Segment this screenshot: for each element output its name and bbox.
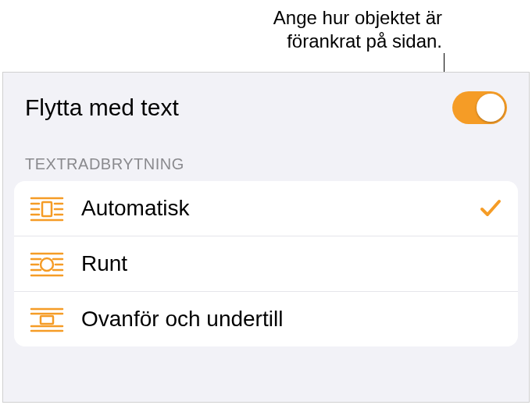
move-with-text-row: Flytta med text (3, 73, 529, 155)
move-with-text-toggle[interactable] (452, 91, 507, 124)
svg-point-17 (41, 258, 53, 271)
callout-line2: förankrat på sidan. (273, 30, 442, 53)
settings-panel: Flytta med text TEXTRADBRYTNING (2, 72, 530, 403)
callout-line1: Ange hur objektet är (273, 6, 442, 30)
wrap-option-label: Runt (81, 251, 502, 276)
text-wrap-list: Automatisk (14, 181, 518, 346)
checkmark-icon (479, 197, 502, 220)
callout-text: Ange hur objektet är förankrat på sidan. (273, 6, 442, 53)
wrap-auto-icon (30, 195, 64, 222)
text-wrap-header: TEXTRADBRYTNING (3, 155, 529, 181)
wrap-option-around[interactable]: Runt (14, 236, 518, 292)
wrap-option-label: Ovanför och undertill (81, 307, 502, 332)
wrap-around-icon (30, 250, 64, 277)
wrap-above-below-icon (30, 306, 64, 332)
wrap-option-above-below[interactable]: Ovanför och undertill (14, 292, 518, 346)
move-with-text-label: Flytta med text (25, 94, 179, 121)
wrap-option-automatic[interactable]: Automatisk (14, 181, 518, 236)
wrap-option-label: Automatisk (81, 196, 479, 221)
svg-rect-22 (41, 316, 53, 324)
svg-rect-8 (42, 202, 52, 216)
toggle-knob (477, 94, 505, 122)
